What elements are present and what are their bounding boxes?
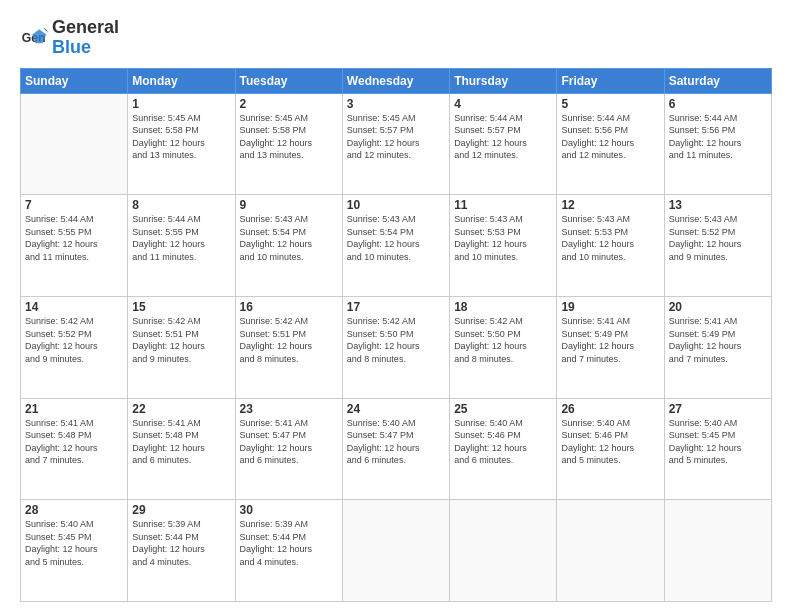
calendar-week-row: 14Sunrise: 5:42 AM Sunset: 5:52 PM Dayli…: [21, 296, 772, 398]
calendar-cell: 10Sunrise: 5:43 AM Sunset: 5:54 PM Dayli…: [342, 195, 449, 297]
calendar-header-row: SundayMondayTuesdayWednesdayThursdayFrid…: [21, 68, 772, 93]
day-number: 9: [240, 198, 338, 212]
day-number: 19: [561, 300, 659, 314]
calendar-cell: 24Sunrise: 5:40 AM Sunset: 5:47 PM Dayli…: [342, 398, 449, 500]
day-number: 10: [347, 198, 445, 212]
day-number: 7: [25, 198, 123, 212]
calendar-cell: 25Sunrise: 5:40 AM Sunset: 5:46 PM Dayli…: [450, 398, 557, 500]
day-info: Sunrise: 5:41 AM Sunset: 5:47 PM Dayligh…: [240, 417, 338, 467]
day-info: Sunrise: 5:43 AM Sunset: 5:52 PM Dayligh…: [669, 213, 767, 263]
day-info: Sunrise: 5:40 AM Sunset: 5:46 PM Dayligh…: [454, 417, 552, 467]
calendar-cell: 28Sunrise: 5:40 AM Sunset: 5:45 PM Dayli…: [21, 500, 128, 602]
day-number: 20: [669, 300, 767, 314]
day-number: 27: [669, 402, 767, 416]
day-info: Sunrise: 5:41 AM Sunset: 5:49 PM Dayligh…: [669, 315, 767, 365]
page: Gen General Blue SundayMondayTuesdayWedn…: [0, 0, 792, 612]
day-info: Sunrise: 5:42 AM Sunset: 5:52 PM Dayligh…: [25, 315, 123, 365]
calendar-cell: 14Sunrise: 5:42 AM Sunset: 5:52 PM Dayli…: [21, 296, 128, 398]
calendar-cell: 27Sunrise: 5:40 AM Sunset: 5:45 PM Dayli…: [664, 398, 771, 500]
logo-blue: Blue: [52, 37, 91, 57]
day-number: 24: [347, 402, 445, 416]
day-info: Sunrise: 5:40 AM Sunset: 5:45 PM Dayligh…: [25, 518, 123, 568]
day-info: Sunrise: 5:41 AM Sunset: 5:49 PM Dayligh…: [561, 315, 659, 365]
day-info: Sunrise: 5:42 AM Sunset: 5:50 PM Dayligh…: [347, 315, 445, 365]
calendar-cell: 6Sunrise: 5:44 AM Sunset: 5:56 PM Daylig…: [664, 93, 771, 195]
calendar-table: SundayMondayTuesdayWednesdayThursdayFrid…: [20, 68, 772, 602]
calendar-cell: 13Sunrise: 5:43 AM Sunset: 5:52 PM Dayli…: [664, 195, 771, 297]
day-info: Sunrise: 5:44 AM Sunset: 5:55 PM Dayligh…: [132, 213, 230, 263]
day-info: Sunrise: 5:45 AM Sunset: 5:58 PM Dayligh…: [240, 112, 338, 162]
calendar-cell: 9Sunrise: 5:43 AM Sunset: 5:54 PM Daylig…: [235, 195, 342, 297]
day-number: 16: [240, 300, 338, 314]
day-info: Sunrise: 5:44 AM Sunset: 5:55 PM Dayligh…: [25, 213, 123, 263]
day-info: Sunrise: 5:45 AM Sunset: 5:57 PM Dayligh…: [347, 112, 445, 162]
day-info: Sunrise: 5:43 AM Sunset: 5:54 PM Dayligh…: [240, 213, 338, 263]
day-number: 12: [561, 198, 659, 212]
col-header-thursday: Thursday: [450, 68, 557, 93]
calendar-cell: 1Sunrise: 5:45 AM Sunset: 5:58 PM Daylig…: [128, 93, 235, 195]
day-number: 6: [669, 97, 767, 111]
calendar-cell: 16Sunrise: 5:42 AM Sunset: 5:51 PM Dayli…: [235, 296, 342, 398]
day-number: 5: [561, 97, 659, 111]
col-header-saturday: Saturday: [664, 68, 771, 93]
calendar-cell: 20Sunrise: 5:41 AM Sunset: 5:49 PM Dayli…: [664, 296, 771, 398]
calendar-cell: 3Sunrise: 5:45 AM Sunset: 5:57 PM Daylig…: [342, 93, 449, 195]
day-info: Sunrise: 5:44 AM Sunset: 5:57 PM Dayligh…: [454, 112, 552, 162]
col-header-friday: Friday: [557, 68, 664, 93]
day-number: 22: [132, 402, 230, 416]
day-info: Sunrise: 5:42 AM Sunset: 5:51 PM Dayligh…: [132, 315, 230, 365]
day-number: 29: [132, 503, 230, 517]
calendar-cell: 5Sunrise: 5:44 AM Sunset: 5:56 PM Daylig…: [557, 93, 664, 195]
day-info: Sunrise: 5:40 AM Sunset: 5:47 PM Dayligh…: [347, 417, 445, 467]
day-number: 2: [240, 97, 338, 111]
col-header-sunday: Sunday: [21, 68, 128, 93]
calendar-cell: 26Sunrise: 5:40 AM Sunset: 5:46 PM Dayli…: [557, 398, 664, 500]
calendar-cell: [664, 500, 771, 602]
day-info: Sunrise: 5:41 AM Sunset: 5:48 PM Dayligh…: [132, 417, 230, 467]
day-info: Sunrise: 5:42 AM Sunset: 5:50 PM Dayligh…: [454, 315, 552, 365]
calendar-week-row: 21Sunrise: 5:41 AM Sunset: 5:48 PM Dayli…: [21, 398, 772, 500]
day-number: 8: [132, 198, 230, 212]
calendar-cell: 30Sunrise: 5:39 AM Sunset: 5:44 PM Dayli…: [235, 500, 342, 602]
calendar-cell: 17Sunrise: 5:42 AM Sunset: 5:50 PM Dayli…: [342, 296, 449, 398]
calendar-cell: 15Sunrise: 5:42 AM Sunset: 5:51 PM Dayli…: [128, 296, 235, 398]
day-number: 1: [132, 97, 230, 111]
day-number: 21: [25, 402, 123, 416]
day-number: 15: [132, 300, 230, 314]
calendar-cell: 7Sunrise: 5:44 AM Sunset: 5:55 PM Daylig…: [21, 195, 128, 297]
day-info: Sunrise: 5:43 AM Sunset: 5:53 PM Dayligh…: [454, 213, 552, 263]
logo-text: General Blue: [52, 18, 119, 58]
day-number: 26: [561, 402, 659, 416]
calendar-cell: [21, 93, 128, 195]
day-number: 11: [454, 198, 552, 212]
day-info: Sunrise: 5:40 AM Sunset: 5:46 PM Dayligh…: [561, 417, 659, 467]
calendar-cell: 4Sunrise: 5:44 AM Sunset: 5:57 PM Daylig…: [450, 93, 557, 195]
day-number: 17: [347, 300, 445, 314]
col-header-monday: Monday: [128, 68, 235, 93]
col-header-wednesday: Wednesday: [342, 68, 449, 93]
calendar-cell: 2Sunrise: 5:45 AM Sunset: 5:58 PM Daylig…: [235, 93, 342, 195]
day-info: Sunrise: 5:43 AM Sunset: 5:53 PM Dayligh…: [561, 213, 659, 263]
calendar-cell: [557, 500, 664, 602]
day-info: Sunrise: 5:42 AM Sunset: 5:51 PM Dayligh…: [240, 315, 338, 365]
day-number: 4: [454, 97, 552, 111]
logo-general: General: [52, 17, 119, 37]
day-number: 13: [669, 198, 767, 212]
col-header-tuesday: Tuesday: [235, 68, 342, 93]
day-number: 14: [25, 300, 123, 314]
day-info: Sunrise: 5:44 AM Sunset: 5:56 PM Dayligh…: [561, 112, 659, 162]
calendar-cell: [342, 500, 449, 602]
calendar-cell: 23Sunrise: 5:41 AM Sunset: 5:47 PM Dayli…: [235, 398, 342, 500]
day-info: Sunrise: 5:43 AM Sunset: 5:54 PM Dayligh…: [347, 213, 445, 263]
calendar-week-row: 7Sunrise: 5:44 AM Sunset: 5:55 PM Daylig…: [21, 195, 772, 297]
logo: Gen General Blue: [20, 18, 119, 58]
day-number: 23: [240, 402, 338, 416]
day-info: Sunrise: 5:41 AM Sunset: 5:48 PM Dayligh…: [25, 417, 123, 467]
calendar-week-row: 28Sunrise: 5:40 AM Sunset: 5:45 PM Dayli…: [21, 500, 772, 602]
calendar-cell: 8Sunrise: 5:44 AM Sunset: 5:55 PM Daylig…: [128, 195, 235, 297]
day-info: Sunrise: 5:40 AM Sunset: 5:45 PM Dayligh…: [669, 417, 767, 467]
day-info: Sunrise: 5:44 AM Sunset: 5:56 PM Dayligh…: [669, 112, 767, 162]
day-number: 18: [454, 300, 552, 314]
day-number: 25: [454, 402, 552, 416]
calendar-week-row: 1Sunrise: 5:45 AM Sunset: 5:58 PM Daylig…: [21, 93, 772, 195]
